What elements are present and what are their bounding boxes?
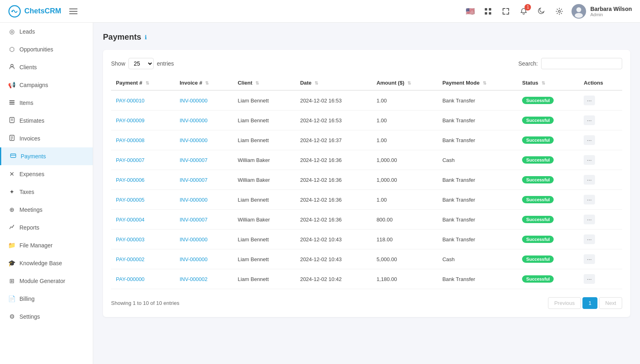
actions-button[interactable]: ···	[584, 96, 595, 105]
col-date[interactable]: Date ⇅	[295, 76, 371, 90]
payment-num-link[interactable]: PAY-000002	[116, 256, 145, 262]
actions-button[interactable]: ···	[584, 234, 595, 244]
cell-client: Liam Bennett	[233, 190, 295, 210]
table-controls: Show 25 10 50 100 entries Search:	[111, 58, 622, 69]
sidebar-item-label: Taxes	[19, 189, 34, 195]
sidebar-item-knowledge-base[interactable]: 🎓 Knowledge Base	[0, 254, 93, 272]
sidebar-item-label: Meetings	[19, 206, 43, 213]
sidebar-item-taxes[interactable]: ✦ Taxes	[0, 183, 93, 201]
invoice-num-link[interactable]: INV-000000	[180, 256, 208, 262]
col-payment-mode[interactable]: Payment Mode ⇅	[437, 76, 517, 90]
payment-num-link[interactable]: PAY-000009	[116, 117, 145, 123]
actions-button[interactable]: ···	[584, 274, 595, 284]
svg-rect-2	[485, 8, 487, 11]
sidebar-item-opportunities[interactable]: ⬡ Opportunities	[0, 40, 93, 58]
sidebar-item-campaigns[interactable]: 📢 Campaigns	[0, 76, 93, 94]
cell-payment-mode: Bank Transfer	[437, 170, 517, 190]
sidebar-item-billing[interactable]: 📄 Billing	[0, 290, 93, 308]
cell-date: 2024-12-02 10:43	[295, 249, 371, 269]
actions-button[interactable]: ···	[584, 155, 595, 165]
invoice-num-link[interactable]: INV-000002	[180, 276, 208, 282]
actions-button[interactable]: ···	[584, 195, 595, 204]
cell-amount: 1,000.00	[372, 150, 438, 170]
status-badge: Successful	[522, 136, 554, 144]
payment-num-link[interactable]: PAY-000000	[116, 276, 145, 282]
invoice-num-link[interactable]: INV-000000	[180, 98, 208, 104]
payment-num-link[interactable]: PAY-000005	[116, 197, 145, 203]
reports-icon	[8, 224, 15, 231]
sidebar-item-label: Leads	[19, 28, 35, 35]
svg-rect-4	[485, 12, 487, 15]
sidebar-item-file-manager[interactable]: 📁 File Manager	[0, 236, 93, 254]
sidebar-item-expenses[interactable]: ✕ Expenses	[0, 165, 93, 183]
next-button[interactable]: Next	[599, 297, 622, 309]
payment-num-link[interactable]: PAY-000010	[116, 98, 145, 104]
page-title: Payments	[103, 32, 141, 42]
invoice-num-link[interactable]: INV-000000	[180, 197, 208, 203]
entries-select[interactable]: 25 10 50 100	[128, 58, 154, 69]
actions-button[interactable]: ···	[584, 175, 595, 185]
actions-button[interactable]: ···	[584, 254, 595, 264]
page-info-icon[interactable]: ℹ	[145, 34, 147, 40]
payment-num-link[interactable]: PAY-000007	[116, 157, 145, 163]
notifications-icon[interactable]: 1	[518, 6, 529, 17]
main-content: Payments ℹ Show 25 10 50 100 entries Sea…	[93, 23, 640, 364]
table-row: PAY-000005 INV-000000 Liam Bennett 2024-…	[111, 190, 622, 210]
invoice-num-link[interactable]: INV-000007	[180, 157, 208, 163]
cell-invoice-num: INV-000007	[175, 210, 233, 230]
sidebar-item-clients[interactable]: Clients	[0, 58, 93, 76]
sidebar-item-invoices[interactable]: Invoices	[0, 130, 93, 147]
svg-rect-5	[489, 12, 491, 15]
expand-icon[interactable]	[500, 6, 512, 17]
col-payment-num[interactable]: Payment # ⇅	[111, 76, 175, 90]
leads-icon: ◎	[8, 28, 15, 35]
sidebar-item-leads[interactable]: ◎ Leads	[0, 23, 93, 40]
dark-mode-icon[interactable]	[536, 6, 547, 17]
col-status[interactable]: Status ⇅	[517, 76, 579, 90]
svg-point-10	[11, 64, 13, 67]
cell-invoice-num: INV-000007	[175, 170, 233, 190]
payments-table: Payment # ⇅ Invoice # ⇅ Client ⇅ Date ⇅ …	[111, 76, 622, 289]
col-client[interactable]: Client ⇅	[233, 76, 295, 90]
payment-num-link[interactable]: PAY-000003	[116, 236, 145, 243]
invoice-num-link[interactable]: INV-000000	[180, 117, 208, 123]
actions-button[interactable]: ···	[584, 115, 595, 125]
sidebar-item-meetings[interactable]: ⊕ Meetings	[0, 201, 93, 219]
invoice-num-link[interactable]: INV-000000	[180, 137, 208, 143]
cell-payment-mode: Bank Transfer	[437, 111, 517, 130]
search-input[interactable]	[541, 58, 622, 69]
table-row: PAY-000007 INV-000007 William Baker 2024…	[111, 150, 622, 170]
language-flag[interactable]: 🇺🇸	[464, 6, 476, 17]
invoice-num-link[interactable]: INV-000007	[180, 217, 208, 223]
sidebar-item-payments[interactable]: Payments	[0, 147, 93, 165]
user-info[interactable]: Barbara Wilson Admin	[572, 4, 632, 19]
cell-date: 2024-12-02 16:36	[295, 210, 371, 230]
payment-num-link[interactable]: PAY-000004	[116, 217, 145, 223]
col-invoice-num[interactable]: Invoice # ⇅	[175, 76, 233, 90]
svg-point-9	[575, 13, 583, 18]
logo[interactable]: ChetsCRM	[8, 5, 61, 18]
invoice-num-link[interactable]: INV-000007	[180, 177, 208, 183]
col-amount[interactable]: Amount ($) ⇅	[372, 76, 438, 90]
actions-button[interactable]: ···	[584, 135, 595, 145]
sidebar-item-module-generator[interactable]: ⊞ Module Generator	[0, 272, 93, 290]
previous-button[interactable]: Previous	[548, 297, 581, 309]
sidebar-item-settings[interactable]: ⚙ Settings	[0, 308, 93, 326]
hamburger-button[interactable]	[68, 7, 79, 16]
sidebar-item-reports[interactable]: Reports	[0, 219, 93, 236]
invoice-num-link[interactable]: INV-000000	[180, 236, 208, 243]
sidebar-item-items[interactable]: Items	[0, 94, 93, 112]
page-1-button[interactable]: 1	[582, 297, 597, 309]
payment-num-link[interactable]: PAY-000006	[116, 177, 145, 183]
apps-icon[interactable]	[482, 6, 494, 17]
estimates-icon	[8, 117, 15, 124]
cell-payment-mode: Cash	[437, 150, 517, 170]
actions-button[interactable]: ···	[584, 215, 595, 224]
cell-invoice-num: INV-000002	[175, 269, 233, 289]
cell-date: 2024-12-02 16:53	[295, 111, 371, 130]
sidebar-item-estimates[interactable]: Estimates	[0, 112, 93, 130]
logo-text: ChetsCRM	[24, 7, 61, 15]
payment-num-link[interactable]: PAY-000008	[116, 137, 145, 143]
sort-icon-amount: ⇅	[407, 81, 411, 85]
settings-icon[interactable]	[554, 6, 565, 17]
